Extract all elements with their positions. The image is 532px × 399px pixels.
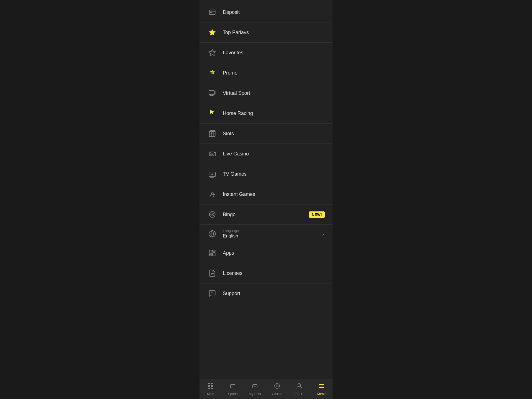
svg-point-61 <box>298 383 301 386</box>
bingo-badge: NEW! <box>309 211 325 218</box>
menu-nav-icon <box>318 383 325 391</box>
language-value: English <box>223 233 321 239</box>
phone-container: Deposit Top Parlays Favorites <box>200 0 332 399</box>
menu-item-promo[interactable]: Promo <box>200 63 332 83</box>
bingo-label: Bingo <box>223 212 309 218</box>
tv-games-label: TV Games <box>223 171 325 177</box>
menu-item-live-casino[interactable]: LIVE Live Casino <box>200 144 332 164</box>
nav-item-sports[interactable]: 2:1 Sports <box>222 379 244 399</box>
svg-point-13 <box>210 110 211 111</box>
mybets-nav-label: My Bets <box>249 392 261 396</box>
menu-item-bingo[interactable]: Bingo NEW! <box>200 204 332 225</box>
svg-marker-22 <box>214 152 216 155</box>
language-heading: Language <box>223 229 321 233</box>
live-casino-icon: LIVE <box>207 149 217 159</box>
chevron-down-icon: ⌄ <box>321 231 325 237</box>
casino-nav-icon <box>274 383 280 391</box>
nav-item-my-bets[interactable]: 2+1 My Bets <box>244 379 266 399</box>
svg-line-31 <box>210 192 212 196</box>
virtual-sport-label: Virtual Sport <box>223 90 325 96</box>
svg-rect-43 <box>213 253 215 256</box>
horse-racing-label: Horse Racing <box>223 111 325 116</box>
nav-item-main[interactable]: Main <box>200 379 222 399</box>
nav-item-balance[interactable]: 0 BDT <box>288 379 310 399</box>
svg-marker-4 <box>209 49 215 55</box>
menu-nav-label: Menu <box>317 392 326 396</box>
svg-text:LIVE: LIVE <box>210 154 213 155</box>
support-icon <box>207 288 217 298</box>
bottom-nav: Main 2:1 Sports 2+1 My Bets <box>200 379 332 399</box>
bingo-icon <box>207 209 217 219</box>
nav-item-menu[interactable]: Menu <box>310 379 332 399</box>
menu-item-deposit[interactable]: Deposit <box>200 2 332 22</box>
menu-item-tv-games[interactable]: TV Games <box>200 164 332 184</box>
sports-nav-icon: 2:1 <box>229 383 236 391</box>
licenses-label: Licenses <box>223 270 325 276</box>
svg-rect-20 <box>213 130 215 132</box>
balance-nav-icon <box>296 383 303 391</box>
menu-item-slots[interactable]: Slots <box>200 124 332 144</box>
language-icon <box>207 229 217 239</box>
svg-rect-6 <box>209 91 214 94</box>
menu-item-support[interactable]: Support <box>200 283 332 303</box>
svg-rect-48 <box>211 383 213 385</box>
language-selector[interactable]: Language English ⌄ <box>200 225 332 243</box>
favorites-icon <box>207 48 217 58</box>
main-nav-icon <box>207 383 214 391</box>
svg-rect-18 <box>210 130 211 132</box>
favorites-label: Favorites <box>223 50 325 56</box>
menu-list: Deposit Top Parlays Favorites <box>200 0 332 379</box>
main-nav-label: Main <box>207 392 214 396</box>
licenses-icon <box>207 268 217 278</box>
svg-rect-0 <box>209 10 215 14</box>
promo-label: Promo <box>223 70 325 76</box>
apps-label: Apps <box>223 250 325 256</box>
sports-nav-label: Sports <box>228 392 238 396</box>
menu-item-horse-racing[interactable]: Horse Racing <box>200 103 332 124</box>
live-casino-label: Live Casino <box>223 151 325 157</box>
instant-games-label: Instant Games <box>223 191 325 197</box>
slots-icon <box>207 129 217 139</box>
svg-rect-50 <box>211 387 213 388</box>
apps-icon <box>207 248 217 258</box>
mybets-nav-icon: 2+1 <box>252 383 258 391</box>
promo-icon <box>207 68 217 78</box>
menu-item-virtual-sport[interactable]: Virtual Sport <box>200 83 332 103</box>
svg-rect-2 <box>210 12 212 13</box>
svg-text:2:1: 2:1 <box>231 386 234 387</box>
virtual-sport-icon <box>207 88 217 98</box>
nav-item-casino[interactable]: Casino <box>266 379 288 399</box>
svg-rect-19 <box>212 130 213 132</box>
deposit-icon <box>207 7 217 17</box>
top-parlays-label: Top Parlays <box>223 30 325 35</box>
top-parlays-icon <box>207 27 217 37</box>
slots-label: Slots <box>223 131 325 137</box>
menu-item-apps[interactable]: Apps <box>200 243 332 263</box>
svg-rect-47 <box>208 383 210 385</box>
svg-text:2+1: 2+1 <box>253 386 256 387</box>
horse-racing-icon <box>207 108 217 118</box>
svg-point-37 <box>212 214 213 215</box>
instant-games-icon <box>207 189 217 199</box>
svg-rect-41 <box>209 254 212 256</box>
svg-marker-3 <box>209 29 215 35</box>
svg-rect-23 <box>210 152 211 153</box>
svg-rect-42 <box>213 250 215 252</box>
balance-nav-label: 0 BDT <box>295 392 304 396</box>
menu-item-licenses[interactable]: Licenses <box>200 263 332 283</box>
menu-item-instant-games[interactable]: Instant Games <box>200 184 332 204</box>
casino-nav-label: Casino <box>272 392 282 396</box>
deposit-label: Deposit <box>223 9 325 15</box>
svg-rect-49 <box>208 387 210 388</box>
svg-point-56 <box>276 385 278 387</box>
language-text: Language English <box>223 229 321 239</box>
menu-item-favorites[interactable]: Favorites <box>200 43 332 63</box>
tv-games-icon <box>207 169 217 179</box>
svg-rect-40 <box>209 250 212 254</box>
svg-line-32 <box>212 192 214 194</box>
support-label: Support <box>223 291 325 296</box>
menu-item-top-parlays[interactable]: Top Parlays <box>200 22 332 43</box>
